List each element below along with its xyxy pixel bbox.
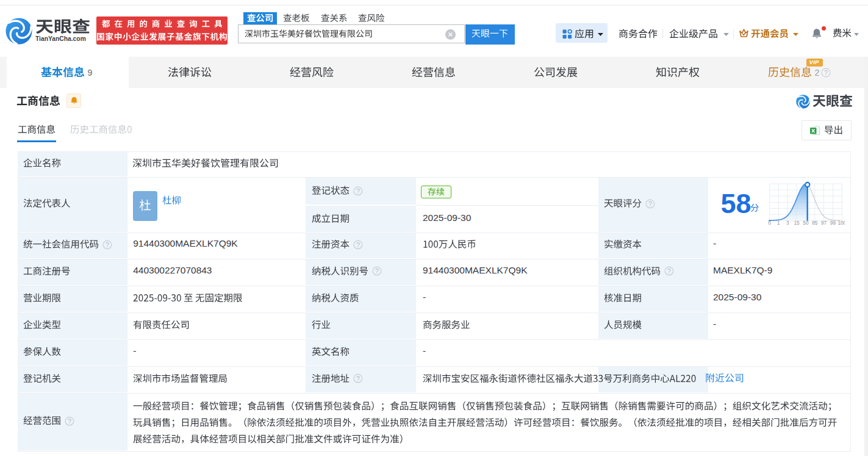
svg-text:50: 50: [803, 219, 809, 225]
svg-text:?: ?: [648, 200, 652, 207]
svg-text:?: ?: [667, 267, 671, 275]
svg-text:?: ?: [68, 417, 71, 424]
svg-text:?: ?: [106, 241, 109, 248]
svg-text:85: 85: [812, 219, 818, 225]
svg-text:?: ?: [356, 187, 360, 194]
svg-text:1: 1: [777, 219, 780, 225]
svg-text:0: 0: [768, 219, 771, 225]
svg-text:97: 97: [821, 219, 827, 225]
svg-text:15: 15: [794, 219, 800, 225]
svg-text:99: 99: [830, 219, 836, 225]
svg-text:3: 3: [786, 219, 789, 225]
svg-text:100: 100: [838, 219, 845, 225]
svg-text:?: ?: [356, 375, 360, 382]
svg-text:?: ?: [824, 68, 828, 76]
svg-text:?: ?: [375, 267, 379, 275]
svg-text:?: ?: [356, 241, 360, 248]
